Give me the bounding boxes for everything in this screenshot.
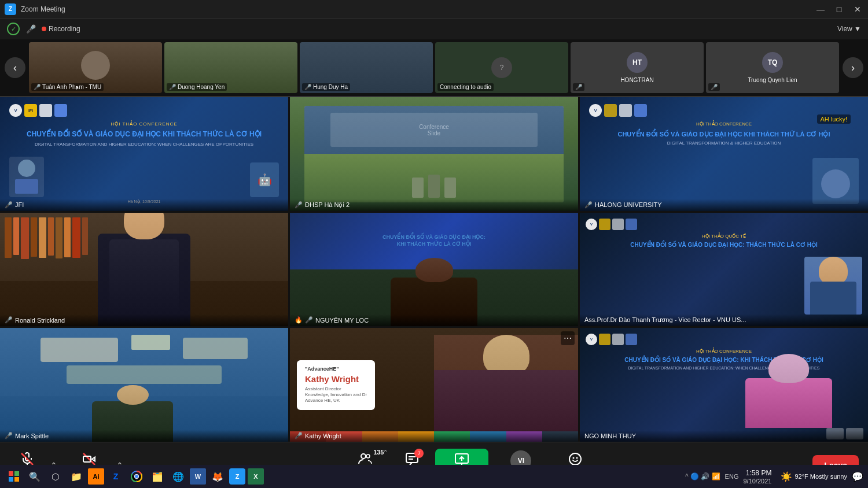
cell-label-ngo: NGO MINH THUY [580, 430, 868, 442]
svg-rect-16 [9, 477, 13, 482]
hoi-thao-label-1: HỘI THẢO CONFERENCE [9, 121, 279, 127]
strip-participants-list: 🎤 Tuán Anh Phạm - TMU 🎤 Duong Hoang Yen … [29, 39, 839, 96]
video-cell-halong: V HỘI THẢO CONFERENCE CHUYỂN ĐỔI SỐ VÀ G… [580, 97, 868, 211]
status-left: ✓ 🎤 Recording [7, 23, 80, 35]
taskbar-weather[interactable]: ☀️ 92°F Mostly sunny [776, 471, 847, 482]
maximize-icon[interactable]: □ [833, 5, 845, 14]
security-badge: ✓ [7, 23, 20, 35]
window-title: Zoom Meeting [21, 5, 65, 13]
hoi-thao-label-9: HỘI THẢO CONFERENCE [586, 349, 862, 354]
video-cell-jfi: V IFI HỘI THẢO CONFERENCE CHUYỂN ĐỔI SỐ … [0, 97, 288, 211]
strip-name-6: 🎤 [708, 83, 720, 91]
svg-point-5 [361, 454, 366, 459]
windows-start-button[interactable] [5, 467, 23, 486]
taskbar-notification-icon[interactable]: 💬 [852, 471, 863, 482]
cell-label-dhsp: 🎤 ĐHSP Hà Nội 2 [290, 199, 578, 211]
title-bar: Z Zoom Meeting — □ ✕ [0, 0, 868, 19]
strip-next-button[interactable]: › [843, 57, 863, 78]
conf-title-vn-1: CHUYỂN ĐỔI SỐ VÀ GIÁO DỤC ĐẠI HỌC KHI TH… [9, 130, 279, 139]
zoom-logo-icon: Z [5, 3, 16, 15]
minimize-icon[interactable]: — [815, 5, 826, 14]
svg-point-12 [572, 457, 574, 459]
strip-participant-2: 🎤 Duong Hoang Yen [164, 42, 297, 93]
cell-label-nguyen: 🔥 🎤 NGUYÊN MY LOC [290, 314, 578, 326]
svg-point-20 [135, 475, 138, 478]
conf-title-vn-3: CHUYỂN ĐỔI SỐ VÀ GIÁO DỤC ĐẠI HỌC KHI TH… [589, 130, 859, 138]
cell-label-ronald: 🎤 Ronald Strickland [0, 314, 288, 326]
strip-name-4: Connecting to audio [437, 83, 494, 91]
svg-line-3 [83, 453, 95, 465]
windows-taskbar: 🔍 ⬡ 📁 Ai Z 🗂️ 🌐 W 🦊 Z [0, 465, 868, 488]
video-cell-mark: 🎤 Mark Spittle [0, 328, 288, 442]
hoi-thao-label-6: HỘI THẢO QUỐC TẾ [586, 234, 862, 239]
cell-label-halong: 🎤 HALONG UNIVERSITY [580, 199, 868, 211]
conf-title-en-1: DIGITAL TRANSFORMATION AND HIGHER EDUCAT… [9, 142, 279, 147]
strip-name-5: 🎤 [573, 83, 584, 91]
taskbar-clock[interactable]: 1:58 PM 9/10/2021 [743, 469, 771, 485]
taskbar-right: ^ 🔵 🔊 📶 ENG 1:58 PM 9/10/2021 ☀️ 92°F Mo… [685, 469, 863, 485]
more-options-button[interactable]: ⋯ [561, 331, 575, 345]
cell-label-kathy: 🎤 Kathy Wright [290, 430, 578, 442]
status-bar: ✓ 🎤 Recording View ▼ [0, 19, 868, 39]
video-cell-asspro: V HỘI THẢO QUỐC TẾ CHUYỂN ĐỔI SỐ VÀ GIÁO… [580, 213, 868, 327]
video-cell-ngo: V HỘI THẢO CONFERENCE CHUYỂN ĐỔI SỐ VÀ G… [580, 328, 868, 442]
window-controls[interactable]: — □ ✕ [815, 5, 863, 14]
video-cell-dhsp: ConferenceSlide 🎤 ĐHSP Hà Nội 2 [290, 97, 578, 211]
taskbar-taskview-button[interactable]: ⬡ [46, 467, 65, 486]
recording-dot [42, 27, 46, 31]
strip-participant-4: ? Connecting to audio [435, 42, 568, 93]
recording-badge: Recording [42, 25, 80, 33]
video-cell-ronald: 🎤 Ronald Strickland [0, 213, 288, 327]
strip-prev-button[interactable]: ‹ [5, 57, 25, 78]
taskbar-zoom-button[interactable]: Z [229, 468, 245, 485]
taskbar-ai-button[interactable]: Ai [88, 468, 104, 485]
chat-badge: 7 [414, 449, 424, 458]
svg-rect-17 [14, 477, 19, 482]
strip-participant-5: HT HONGTRAN 🎤 [571, 42, 704, 93]
close-icon[interactable]: ✕ [852, 5, 863, 14]
strip-participant-6: TQ Truong Quynh Lien 🎤 [706, 42, 839, 93]
taskbar-explorer-button[interactable]: 📁 [67, 467, 86, 486]
conf-title-vn-6: CHUYỂN ĐỔI SỐ VÀ GIÁO DỤC ĐẠI HỌC: THÁCH… [586, 241, 862, 249]
video-cell-nguyen: CHUYỂN ĐỔI SỐ VÀ GIÁO DỤC ĐẠI HỌC:KHI TH… [290, 213, 578, 327]
view-button[interactable]: View ▼ [837, 25, 861, 33]
strip-name-3: 🎤 Hung Duy Ha [302, 83, 350, 91]
recording-label: Recording [49, 25, 80, 33]
taskbar-excel-button[interactable]: X [248, 468, 264, 485]
cell-label-mark: 🎤 Mark Spittle [0, 430, 288, 442]
strip-participant-3: 🎤 Hung Duy Ha [300, 42, 433, 93]
participants-strip: ‹ 🎤 Tuán Anh Phạm - TMU 🎤 Duong Hoang Ye… [0, 39, 868, 97]
taskbar-search-button[interactable]: 🔍 [25, 467, 44, 486]
taskbar-zalo-button[interactable]: Z [106, 467, 125, 486]
cell-label-jfi: 🎤 JFI [0, 199, 288, 211]
mic-status-icon: 🎤 [24, 23, 37, 35]
taskbar-tray-icons: ^ 🔵 🔊 📶 [685, 472, 720, 480]
strip-name-2: 🎤 Duong Hoang Yen [167, 83, 227, 91]
video-grid: V IFI HỘI THẢO CONFERENCE CHUYỂN ĐỔI SỐ … [0, 97, 868, 442]
svg-point-13 [576, 457, 578, 459]
main-video-area: ‹ 🎤 Tuán Anh Phạm - TMU 🎤 Duong Hoang Ye… [0, 39, 868, 442]
svg-point-6 [366, 454, 370, 458]
strip-participant-1: 🎤 Tuán Anh Phạm - TMU [29, 42, 162, 93]
taskbar-left: 🔍 ⬡ 📁 Ai Z 🗂️ 🌐 W 🦊 Z [5, 467, 264, 486]
strip-name-1: 🎤 Tuán Anh Phạm - TMU [31, 83, 104, 91]
taskbar-edge-button[interactable]: 🌐 [169, 467, 187, 486]
kathy-name: Kathy Wright [305, 374, 367, 385]
svg-rect-15 [14, 471, 19, 476]
conf-title-en-3: DIGITAL TRANSFORMATION & HIGHER EDUCATIO… [589, 141, 859, 146]
taskbar-browser2-button[interactable]: 🦊 [208, 467, 227, 486]
taskbar-word-button[interactable]: W [190, 468, 206, 485]
cell-label-asspro: Ass.Prof.Dr Đào Thanh Trương - Vice Rect… [580, 314, 868, 326]
taskbar-lang: ENG [725, 473, 739, 480]
svg-rect-14 [9, 471, 13, 476]
taskbar-files-button[interactable]: 🗂️ [148, 467, 167, 486]
video-cell-kathy: "AdvanceHE" Kathy Wright Assistant Direc… [290, 328, 578, 442]
title-bar-left: Z Zoom Meeting [5, 3, 65, 15]
taskbar-chrome-button[interactable] [127, 467, 146, 486]
